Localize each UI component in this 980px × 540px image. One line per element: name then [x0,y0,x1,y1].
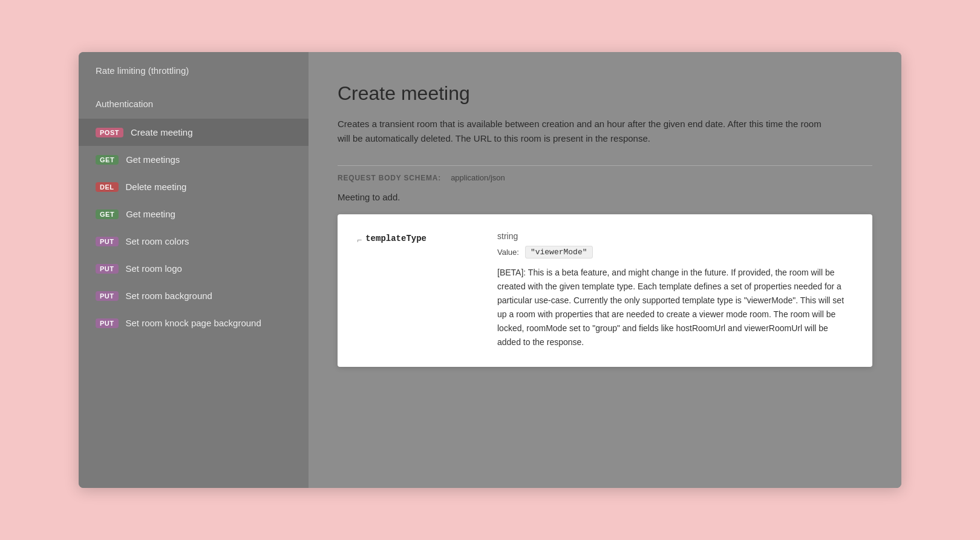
field-value-label: Value: [497,248,519,257]
description-text: Creates a transient room that is availab… [338,117,834,146]
authentication-header: Authentication [79,85,309,119]
put-badge-set-room-colors: PUT [96,237,119,246]
main-container: Rate limiting (throttling) Authenticatio… [79,52,901,488]
field-value-badge: "viewerMode" [525,246,593,258]
field-bracket-icon: ⌐ [357,235,362,245]
put-badge-set-room-knock: PUT [96,318,119,328]
sidebar-item-set-room-logo[interactable]: PUT Set room logo [79,255,309,282]
sidebar-item-set-room-knock-page[interactable]: PUT Set room knock page background [79,309,309,337]
sidebar-label-set-room-background: Set room background [126,291,212,301]
put-badge-set-room-logo: PUT [96,264,119,274]
sidebar-label-set-room-knock: Set room knock page background [126,318,261,328]
sidebar-item-delete-meeting[interactable]: DEL Delete meeting [79,173,309,200]
page-title: Create meeting [338,82,872,105]
field-value-row: Value: "viewerMode" [497,246,853,258]
sidebar: Rate limiting (throttling) Authenticatio… [79,52,309,488]
sidebar-label-get-meeting: Get meeting [126,209,175,219]
put-badge-set-room-background: PUT [96,291,119,301]
field-row: ⌐ templateType string Value: "viewerMode… [357,231,853,350]
schema-label: REQUEST BODY SCHEMA: [338,174,441,182]
sidebar-item-get-meetings[interactable]: GET Get meetings [79,146,309,173]
sidebar-item-set-room-colors[interactable]: PUT Set room colors [79,228,309,255]
schema-value: application/json [451,173,505,182]
field-description: [BETA]: This is a beta feature, and migh… [497,266,853,350]
content-area: Create meeting Creates a transient room … [309,52,901,488]
field-name-col: ⌐ templateType [357,231,478,350]
sidebar-label-set-room-logo: Set room logo [126,263,182,274]
field-details: string Value: "viewerMode" [BETA]: This … [497,231,853,350]
get-badge-get-meetings: GET [96,155,119,165]
sidebar-item-set-room-background[interactable]: PUT Set room background [79,282,309,309]
field-type: string [497,231,853,241]
field-card: ⌐ templateType string Value: "viewerMode… [338,214,872,367]
sidebar-item-get-meeting[interactable]: GET Get meeting [79,200,309,228]
get-badge-get-meeting: GET [96,209,119,219]
sidebar-label-create-meeting: Create meeting [131,127,193,137]
del-badge-delete-meeting: DEL [96,182,119,192]
post-badge-create-meeting: POST [96,128,123,137]
sidebar-label-set-room-colors: Set room colors [126,236,189,246]
sidebar-label-delete-meeting: Delete meeting [126,182,187,192]
meeting-to-add-label: Meeting to add. [338,192,872,202]
field-name: templateType [365,234,426,243]
sidebar-label-get-meetings: Get meetings [126,154,180,165]
schema-line: REQUEST BODY SCHEMA: application/json [338,165,872,182]
rate-limiting-header: Rate limiting (throttling) [79,52,309,85]
sidebar-item-create-meeting[interactable]: POST Create meeting [79,119,309,146]
